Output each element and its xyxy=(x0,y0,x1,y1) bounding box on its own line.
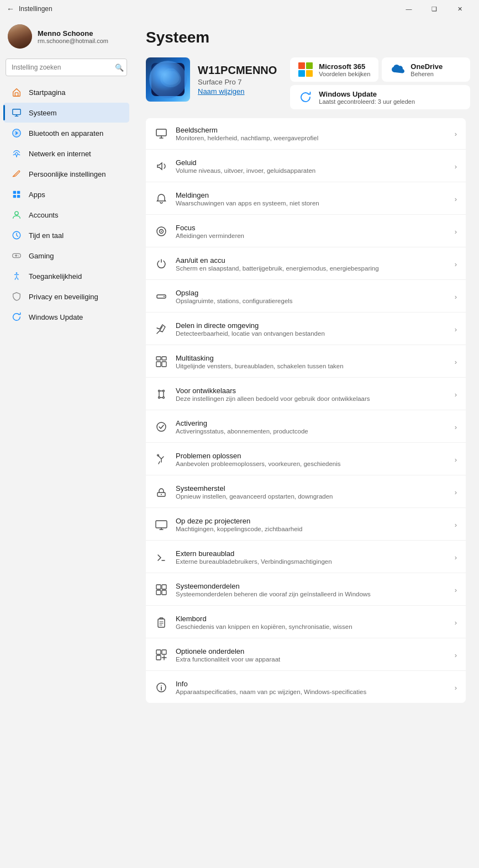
activering-icon xyxy=(155,420,168,433)
sidebar-item-label: Accounts xyxy=(29,211,58,219)
sidebar-item-accounts[interactable]: Accounts xyxy=(3,205,129,225)
svg-rect-43 xyxy=(156,650,161,654)
meldingen-text: Meldingen Waarschuwingen van apps en sys… xyxy=(176,191,447,207)
sidebar-item-startpagina[interactable]: Startpagina xyxy=(3,82,129,102)
ontwikkelaars-text: Voor ontwikkelaars Deze instellingen zij… xyxy=(176,387,447,402)
device-rename-link[interactable]: Naam wijzigen xyxy=(198,87,277,96)
settings-item-info[interactable]: Info Apparaatspecificaties, naam van pc … xyxy=(146,672,466,703)
sidebar-item-privacy[interactable]: Privacy en beveiliging xyxy=(3,287,129,306)
delen-arrow: › xyxy=(455,325,457,334)
settings-item-problemen[interactable]: Problemen oplossen Aanbevolen probleemop… xyxy=(146,444,466,475)
sidebar-item-tijd[interactable]: Tijd en taal xyxy=(3,225,129,245)
settings-item-multitasking[interactable]: Multitasking Uitgelijnde vensters, burea… xyxy=(146,346,466,378)
maximize-button[interactable]: ❑ xyxy=(422,0,447,18)
svg-point-36 xyxy=(161,494,162,495)
svg-point-3 xyxy=(16,156,17,157)
svg-point-32 xyxy=(163,397,165,399)
onedrive-card[interactable]: OneDrive Beheren xyxy=(382,57,470,82)
privacy-icon xyxy=(11,291,22,302)
settings-item-extern-bureau[interactable]: Extern bureaublad Externe bureaubladebru… xyxy=(146,542,466,573)
svg-point-13 xyxy=(16,272,18,274)
microsoft365-action: Voordelen bekijken xyxy=(319,71,370,77)
klembord-text: Klembord Geschiedenis van knippen en kop… xyxy=(176,615,447,630)
opslag-icon xyxy=(155,290,168,303)
delen-desc: Detecteerbaarheid, locatie van ontvangen… xyxy=(176,330,447,337)
settings-item-projecteren[interactable]: Op deze pc projecteren Machtigingen, kop… xyxy=(146,509,466,541)
focus-desc: Afleidingen verminderen xyxy=(176,232,447,239)
settings-item-meldingen[interactable]: Meldingen Waarschuwingen van apps en sys… xyxy=(146,183,466,215)
settings-item-beeldscherm[interactable]: Beeldscherm Monitoren, helderheid, nacht… xyxy=(146,118,466,150)
windowsupdate-card-icon xyxy=(298,89,313,105)
sidebar-item-label: Netwerk en internet xyxy=(29,150,91,158)
settings-item-geluid[interactable]: Geluid Volume niveaus, uitvoer, invoer, … xyxy=(146,151,466,182)
search-input[interactable] xyxy=(6,59,127,76)
device-name: W11PCMENNO xyxy=(198,64,277,77)
apps-icon xyxy=(11,189,22,200)
sidebar-item-label: Startpagina xyxy=(29,88,66,97)
meldingen-desc: Waarschuwingen van apps en systeem, niet… xyxy=(176,200,447,207)
back-icon[interactable]: ← xyxy=(7,4,14,13)
microsoft365-text: Microsoft 365 Voordelen bekijken xyxy=(319,62,370,77)
windowsupdate-card-name: Windows Update xyxy=(319,90,415,98)
problemen-title: Problemen oplossen xyxy=(176,452,447,460)
tijd-icon xyxy=(11,230,22,241)
sidebar-item-systeem[interactable]: Systeem xyxy=(3,103,129,123)
svg-rect-1 xyxy=(13,109,20,115)
sidebar-item-gaming[interactable]: Gaming xyxy=(3,246,129,266)
windowsupdate-card-text: Windows Update Laatst gecontroleerd: 3 u… xyxy=(319,90,415,105)
top-section: W11PCMENNO Surface Pro 7 Naam wijzigen xyxy=(146,57,466,109)
svg-rect-19 xyxy=(156,129,166,136)
settings-item-focus[interactable]: Focus Afleidingen verminderen › xyxy=(146,216,466,247)
search-icon[interactable]: 🔍 xyxy=(115,63,124,72)
beeldscherm-text: Beeldscherm Monitoren, helderheid, nacht… xyxy=(176,126,447,141)
accounts-icon xyxy=(11,209,22,220)
activering-arrow: › xyxy=(455,423,457,431)
microsoft365-card[interactable]: Microsoft 365 Voordelen bekijken xyxy=(290,57,378,82)
meldingen-arrow: › xyxy=(455,195,457,203)
sidebar-item-apps[interactable]: Apps xyxy=(3,184,129,204)
onedrive-name: OneDrive xyxy=(410,62,443,71)
user-email: rm.schoone@hotmail.com xyxy=(38,38,108,44)
sidebar-item-windowsupdate[interactable]: Windows Update xyxy=(3,307,129,327)
settings-item-opslag[interactable]: Opslag Opslagruimte, stations, configura… xyxy=(146,281,466,313)
settings-item-activering[interactable]: Activering Activeringsstatus, abonnement… xyxy=(146,411,466,443)
svg-rect-14 xyxy=(151,63,185,96)
windowsupdate-card[interactable]: Windows Update Laatst gecontroleerd: 3 u… xyxy=(290,85,470,109)
sidebar-item-bluetooth[interactable]: Bluetooth en apparaten xyxy=(3,123,129,143)
service-row-top: Microsoft 365 Voordelen bekijken xyxy=(290,57,470,82)
settings-item-klembord[interactable]: Klembord Geschiedenis van knippen en kop… xyxy=(146,607,466,638)
settings-item-delen[interactable]: Delen in directe omgeving Detecteerbaarh… xyxy=(146,314,466,345)
activering-title: Activering xyxy=(176,419,447,427)
settings-item-systeemherstel[interactable]: Systeemherstel Opnieuw instellen, geavan… xyxy=(146,477,466,508)
extern-bureau-text: Extern bureaublad Externe bureaubladebru… xyxy=(176,549,447,565)
problemen-icon xyxy=(155,453,168,466)
page-title: Systeem xyxy=(146,29,466,46)
settings-item-ontwikkelaars[interactable]: Voor ontwikkelaars Deze instellingen zij… xyxy=(146,379,466,410)
problemen-text: Problemen oplossen Aanbevolen probleemop… xyxy=(176,452,447,467)
toegankelijkheid-icon xyxy=(11,271,22,282)
settings-item-systeemonderdelen[interactable]: Systeemonderdelen Systeemonderdelen behe… xyxy=(146,574,466,606)
sidebar-item-toegankelijkheid[interactable]: Toegankelijkheid xyxy=(3,266,129,286)
settings-item-aanuit[interactable]: Aan/uit en accu Scherm en slaapstand, ba… xyxy=(146,248,466,280)
svg-point-33 xyxy=(157,422,166,431)
persoonlijk-icon xyxy=(11,168,22,179)
svg-rect-15 xyxy=(298,62,305,69)
sidebar-item-netwerk[interactable]: Netwerk en internet xyxy=(3,144,129,163)
settings-item-optionele-onderdelen[interactable]: Optionele onderdelen Extra functionalite… xyxy=(146,639,466,671)
delen-title: Delen in directe omgeving xyxy=(176,321,447,330)
focus-text: Focus Afleidingen verminderen xyxy=(176,224,447,239)
svg-point-24 xyxy=(164,296,165,297)
extern-bureau-arrow: › xyxy=(455,553,457,562)
device-image xyxy=(146,57,190,102)
svg-rect-18 xyxy=(306,70,313,77)
beeldscherm-icon xyxy=(155,127,168,140)
window-title: Instellingen xyxy=(19,5,52,13)
sidebar-item-persoonlijk[interactable]: Persoonlijke instellingen xyxy=(3,164,129,184)
aanuit-title: Aan/uit en accu xyxy=(176,256,447,264)
title-bar: ← Instellingen — ❑ ✕ xyxy=(0,0,479,18)
minimize-button[interactable]: — xyxy=(396,0,422,18)
svg-rect-28 xyxy=(162,362,166,367)
close-button[interactable]: ✕ xyxy=(447,0,472,18)
opslag-title: Opslag xyxy=(176,289,447,297)
problemen-desc: Aanbevolen probleemoplossers, voorkeuren… xyxy=(176,461,447,467)
